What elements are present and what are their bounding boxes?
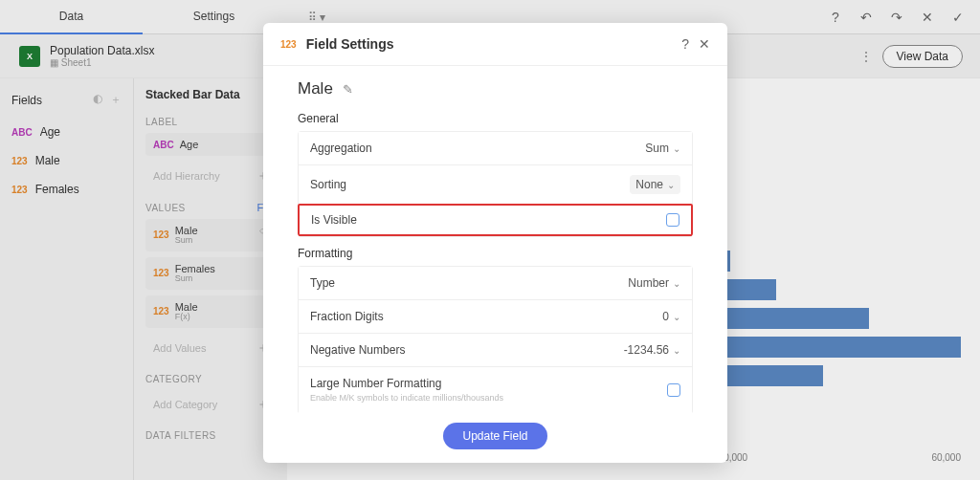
add-hierarchy[interactable]: Add Hierarchy＋ (145, 162, 278, 190)
chip-text: Age (180, 139, 199, 150)
field-name: Male (298, 79, 333, 98)
field-label: Females (35, 183, 79, 196)
group-formatting: Formatting (298, 247, 693, 260)
field-label: Male (35, 154, 60, 167)
data-filters-section: DATA FILTERS (145, 430, 278, 441)
close-icon[interactable]: ✕ (919, 9, 936, 26)
value-chip-male-fx[interactable]: 123 MaleF(x) (145, 295, 278, 328)
type-123-icon: 123 (153, 229, 169, 240)
row-fraction-digits[interactable]: Fraction Digits 0⌄ (298, 299, 693, 333)
help-icon[interactable]: ? (681, 36, 689, 52)
is-visible-checkbox[interactable] (666, 213, 679, 227)
field-item-age[interactable]: ABC Age (0, 118, 133, 146)
value-chip-females[interactable]: 123 FemalesSum (145, 257, 278, 290)
type-123-icon: 123 (11, 156, 28, 166)
row-is-visible[interactable]: Is Visible (298, 204, 693, 237)
row-type[interactable]: Type Number⌄ (298, 266, 693, 299)
field-item-male[interactable]: 123 Male (0, 146, 133, 175)
view-data-button[interactable]: View Data (882, 45, 963, 68)
modal-title: Field Settings (306, 36, 673, 52)
excel-file-icon: X (19, 46, 40, 67)
label-chip-age[interactable]: ABC Age (145, 133, 278, 156)
fields-title: Fields (11, 94, 42, 107)
large-number-checkbox[interactable] (667, 383, 680, 397)
config-title: Stacked Bar Data (145, 88, 278, 101)
sheet-name: ▦ Sheet1 (50, 57, 154, 68)
row-sorting[interactable]: Sorting None⌄ (298, 164, 693, 204)
help-icon[interactable]: ? (827, 9, 844, 26)
more-icon[interactable]: ⋮ (859, 49, 873, 64)
type-123-icon: 123 (153, 268, 169, 278)
add-category[interactable]: Add Category＋ (145, 390, 278, 419)
values-section: VALUES F(x) (145, 202, 278, 213)
add-values[interactable]: Add Values＋ (145, 334, 278, 362)
group-general: General (298, 112, 693, 125)
type-123-icon: 123 (153, 306, 169, 316)
type-123-icon: 123 (11, 185, 28, 195)
undo-icon[interactable]: ↶ (858, 9, 875, 26)
value-chip-male[interactable]: 123 MaleSum 👁 (145, 219, 278, 251)
close-icon[interactable]: ✕ (699, 36, 710, 52)
type-abc-icon: ABC (11, 127, 33, 138)
type-123-icon: 123 (280, 39, 297, 50)
row-negative-numbers[interactable]: Negative Numbers -1234.56⌄ (298, 333, 693, 366)
filter-icon[interactable]: ◐ (93, 92, 102, 108)
edit-icon[interactable]: ✎ (343, 82, 353, 97)
field-settings-modal: 123 Field Settings ? ✕ Male ✎ General Ag… (263, 23, 727, 463)
category-section: CATEGORY (145, 374, 278, 384)
row-aggregation[interactable]: Aggregation Sum⌄ (298, 131, 693, 164)
tab-data[interactable]: Data (0, 0, 143, 34)
add-field-icon[interactable]: ＋ (110, 92, 122, 108)
field-item-females[interactable]: 123 Females (0, 175, 133, 204)
row-large-number-formatting[interactable]: Large Number Formatting Enable M/K symbo… (298, 366, 693, 413)
update-field-button[interactable]: Update Field (443, 423, 546, 449)
redo-icon[interactable]: ↷ (888, 9, 905, 26)
field-label: Age (40, 125, 60, 139)
file-name: Population Data.xlsx (50, 44, 154, 57)
fields-panel: Fields ◐ ＋ ABC Age 123 Male 123 Females (0, 78, 134, 480)
confirm-icon[interactable]: ✓ (949, 9, 967, 26)
type-abc-icon: ABC (153, 140, 174, 150)
label-section: LABEL (145, 117, 278, 127)
chart-type-icon[interactable]: ⠿ ▾ (308, 11, 325, 24)
